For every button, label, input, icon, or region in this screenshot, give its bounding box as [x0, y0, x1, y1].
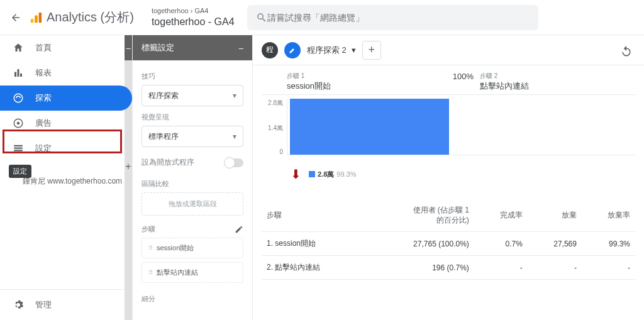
- collapse-icon[interactable]: –: [239, 43, 243, 53]
- ads-icon: [13, 118, 24, 129]
- funnel-table: 步驟 使用者 (佔步驟 1 的百分比) 完成率 放棄 放棄率 1. sessio…: [262, 199, 635, 280]
- nav-bottom: 管理: [0, 289, 125, 320]
- arrow-left-icon: [10, 12, 21, 23]
- property-path: togetherhoo › GA4: [152, 7, 235, 15]
- steps-label: 步驟: [142, 224, 155, 234]
- undo-icon: [620, 45, 633, 58]
- add-variable[interactable]: +: [125, 161, 132, 172]
- step-chip-2[interactable]: 點擊站內連結: [142, 262, 243, 283]
- logo-text: Analytics (分析): [47, 9, 134, 26]
- bar-step-1: [290, 99, 449, 155]
- home-icon: [13, 42, 24, 53]
- pencil-icon: [289, 47, 296, 54]
- funnel-chart: 步驟 1 session開始 100% 步驟 2 點擊站內連結 2.8萬 1.4…: [253, 65, 644, 188]
- canvas: 程 程序探索 2 ▾ + 步驟 1 session開始 100%: [253, 35, 644, 320]
- svg-rect-4: [18, 69, 19, 77]
- panel-header: 標籤設定 –: [133, 35, 252, 60]
- funnel-step-2: 步驟 2 點擊站內連結: [480, 72, 635, 92]
- svg-rect-2: [39, 12, 42, 23]
- left-nav: 首頁 報表 探索 廣告 設定 設定 鍾肯尼 www.togetherhoo.co…: [0, 35, 125, 320]
- bar-step-2: [474, 154, 475, 155]
- table-header-row: 步驟 使用者 (佔步驟 1 的百分比) 完成率 放棄 放棄率: [262, 199, 635, 232]
- technique-label: 技巧: [142, 72, 243, 81]
- reports-icon: [13, 67, 24, 79]
- variables-panel-collapsed[interactable]: – +: [125, 35, 132, 320]
- back-button[interactable]: [5, 7, 26, 28]
- col-abandon-rate: 放棄率: [582, 199, 635, 232]
- viz-select[interactable]: 標準程序 ▾: [142, 126, 243, 147]
- funnel-step1-pct: 100%: [442, 72, 480, 92]
- nav-settings-label: 設定: [35, 143, 52, 154]
- nav-admin-label: 管理: [35, 299, 52, 311]
- down-arrow-icon: ⬇: [291, 167, 301, 182]
- explore-icon: [13, 92, 24, 104]
- svg-point-8: [17, 122, 20, 125]
- steps-section-header: 步驟: [142, 224, 243, 234]
- property-name: togetherhoo - GA4: [152, 16, 235, 28]
- analytics-logo-icon: [29, 11, 43, 25]
- nav-settings[interactable]: 設定: [0, 136, 125, 161]
- funnel-step-1: 步驟 1 session開始: [287, 72, 442, 92]
- compare-label: 區隔比較: [142, 179, 243, 189]
- tab-name: 程序探索 2: [307, 45, 347, 56]
- nav-explore[interactable]: 探索: [0, 86, 132, 111]
- search-box[interactable]: [247, 5, 538, 30]
- open-funnel-row: 設為開放式程序: [142, 157, 243, 168]
- edit-tab-button[interactable]: [284, 42, 301, 58]
- undo-button[interactable]: [618, 43, 635, 60]
- tab-badge: 程: [262, 42, 278, 58]
- grid-icon: [13, 143, 24, 154]
- open-funnel-label: 設為開放式程序: [142, 157, 194, 168]
- nav-home[interactable]: 首頁: [0, 35, 125, 60]
- nav-home-label: 首頁: [35, 42, 52, 53]
- logo: Analytics (分析): [29, 9, 134, 26]
- search-icon: [256, 12, 267, 23]
- viz-label: 視覺呈現: [142, 113, 243, 122]
- chevron-down-icon: ▾: [352, 45, 356, 55]
- breakdown-label: 細分: [142, 294, 243, 304]
- top-bar: Analytics (分析) togetherhoo › GA4 togethe…: [0, 0, 644, 35]
- canvas-toolbar: 程 程序探索 2 ▾ +: [253, 35, 644, 65]
- nav-ads[interactable]: 廣告: [0, 111, 125, 136]
- funnel-legend: ⬇ 2.8萬 99.3%: [291, 167, 635, 182]
- technique-select[interactable]: 程序探索 ▾: [142, 85, 243, 106]
- edit-steps-button[interactable]: [235, 225, 243, 234]
- col-users: 使用者 (佔步驟 1 的百分比): [366, 199, 474, 232]
- legend-swatch: [309, 171, 315, 177]
- table-row[interactable]: 1. session開始 27,765 (100.0%) 0.7% 27,569…: [262, 232, 635, 256]
- nav-ads-label: 廣告: [35, 118, 52, 129]
- nav-reports[interactable]: 報表: [0, 60, 125, 86]
- svg-rect-10: [14, 148, 23, 149]
- pencil-icon: [235, 225, 243, 234]
- bars-area: [287, 99, 635, 155]
- nav-explore-label: 探索: [35, 92, 52, 104]
- chevron-down-icon: ▾: [233, 132, 236, 141]
- compare-dropzone[interactable]: 拖放或選取區段: [142, 192, 243, 216]
- expand-variables[interactable]: –: [125, 35, 132, 60]
- watermark: 鍾肯尼 www.togetherhoo.com: [23, 176, 122, 187]
- col-step: 步驟: [262, 199, 366, 232]
- step-chip-1[interactable]: session開始: [142, 238, 243, 258]
- svg-rect-9: [14, 145, 23, 146]
- tab-selector[interactable]: 程序探索 2 ▾: [307, 45, 356, 56]
- svg-rect-11: [14, 150, 23, 151]
- open-funnel-toggle[interactable]: [225, 158, 243, 167]
- nav-admin[interactable]: 管理: [0, 290, 125, 320]
- table-row[interactable]: 2. 點擊站內連結 196 (0.7%) - - -: [262, 256, 635, 280]
- y-axis: 2.8萬 1.4萬 0: [262, 99, 287, 155]
- svg-rect-1: [35, 15, 38, 23]
- svg-rect-0: [31, 18, 34, 22]
- legend-value: 2.8萬: [318, 170, 334, 179]
- tab-settings-panel: 標籤設定 – 技巧 程序探索 ▾ 視覺呈現 標準程序 ▾ 設為開放式程序 區隔比…: [132, 35, 253, 320]
- funnel-steps-header: 步驟 1 session開始 100% 步驟 2 點擊站內連結: [262, 72, 635, 95]
- property-selector[interactable]: togetherhoo › GA4 togetherhoo - GA4: [152, 7, 235, 27]
- search-input[interactable]: [267, 13, 530, 23]
- funnel-bars: 2.8萬 1.4萬 0: [262, 99, 635, 155]
- legend-pct: 99.3%: [336, 170, 356, 178]
- nav-reports-label: 報表: [35, 67, 52, 79]
- add-tab-button[interactable]: +: [362, 41, 381, 60]
- svg-rect-5: [20, 74, 22, 77]
- col-complete: 完成率: [474, 199, 528, 232]
- panel-title: 標籤設定: [142, 42, 174, 53]
- col-abandon: 放棄: [528, 199, 582, 232]
